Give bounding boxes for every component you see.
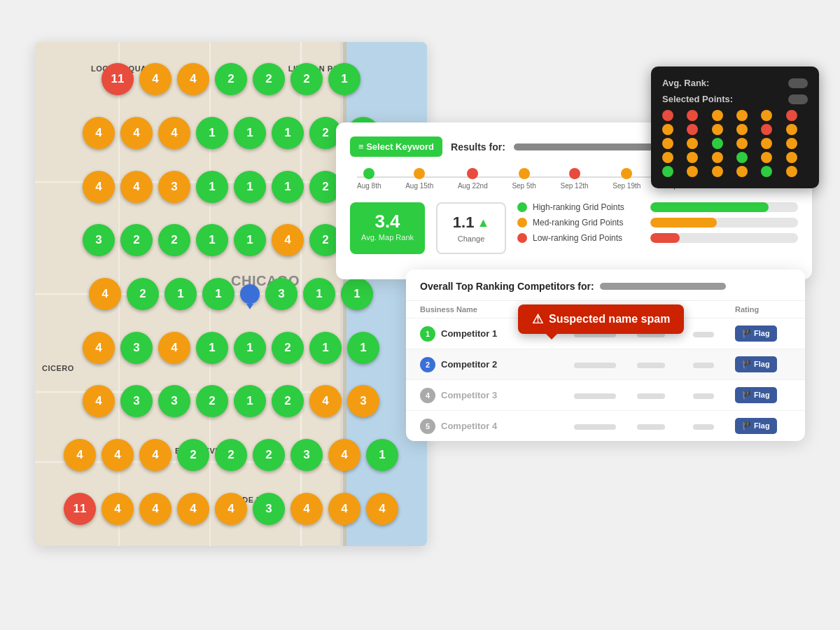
legend-item: Med-ranking Grid Points [517,218,798,227]
grid-dot: 3 [290,439,323,471]
competitor-name: Competitor 2 [441,359,497,370]
legend-area: High-ranking Grid PointsMed-ranking Grid… [517,202,798,254]
grid-dot: 4 [120,171,153,203]
timeline-item[interactable]: Aug 8th [357,168,381,190]
grid-dot: 4 [83,117,115,149]
grid-dot: 4 [290,493,323,525]
competitors-panel: Overall Top Ranking Competitors for: Bus… [406,270,805,441]
select-keyword-button[interactable]: ≡ Select Keyword [350,136,442,157]
heat-dot [761,166,772,177]
heat-dot [712,166,723,177]
spam-tooltip: ⚠Suspected name spam [518,304,684,334]
competitor-reviews-bar [637,358,693,371]
heat-dot [786,110,797,121]
grid-dot: 2 [215,63,247,95]
competitor-reviews-bar [637,389,693,402]
competitor-rating-bar [693,389,735,402]
grid-dot: 11 [64,493,96,525]
grid-dot: 1 [234,385,266,417]
warning-icon: ⚠ [532,312,543,327]
flag-button[interactable]: 🏴 Flag [735,418,777,434]
grid-dot: 4 [309,385,342,417]
grid-dot: 1 [196,332,228,364]
heat-dot [761,152,772,163]
timeline-label: Sep 12th [561,182,589,190]
heat-dot [761,138,772,149]
grid-dot: 4 [83,332,115,364]
grid-dot: 2 [272,385,304,417]
grid-dot: 3 [83,224,115,256]
competitor-rank-badge: 2 [420,357,435,372]
grid-dot: 2 [290,63,323,95]
grid-dot: 2 [158,224,190,256]
grid-dot: 3 [158,171,190,203]
heat-dot [761,124,772,135]
map-row: 1144443444 [64,493,398,525]
competitor-row: ⚠Suspected name spam1Competitor 1🏴 Flag [406,318,805,349]
heat-dot [736,138,748,149]
timeline-label: Sep 5th [512,182,536,190]
grid-dot: 2 [272,332,304,364]
heat-dot [786,166,797,177]
map-row: 4441112 [83,117,379,149]
avg-rank-label: Avg. Rank: [662,78,709,88]
heat-dot [736,166,748,177]
timeline-item[interactable]: Sep 19th [612,168,640,190]
grid-dot: 2 [253,63,285,95]
grid-dot: 4 [328,493,360,525]
map-row: 11442221 [102,63,360,95]
heat-dot [786,152,797,163]
timeline-item[interactable]: Sep 12th [561,168,589,190]
grid-dot: 1 [196,224,228,256]
grid-dot: 3 [120,332,153,364]
grid-dot: 4 [177,63,209,95]
spam-tooltip-text: Suspected name spam [549,313,670,326]
competitor-reviews-bar [637,420,693,433]
flag-button[interactable]: 🏴 Flag [735,387,777,403]
flag-button[interactable]: 🏴 Flag [735,326,777,342]
timeline-item[interactable]: Aug 22nd [458,168,488,190]
stats-row: 3.4 Avg. Map Rank 1.1 ▲ Change High-rank… [350,202,798,254]
timeline-item[interactable]: Sep 5th [512,168,536,190]
selected-points-toggle[interactable] [788,94,808,104]
map-row: 43321243 [83,385,379,417]
grid-dot: 4 [139,63,172,95]
grid-dot: 1 [196,171,228,203]
grid-dot: 3 [120,385,153,417]
grid-dot: 1 [202,278,234,310]
competitor-rating-bar [693,358,735,371]
grid-dot: 1 [272,117,304,149]
heat-dot [662,166,673,177]
timeline-dot [414,168,425,179]
map-container: LOGAN SQUARE LINCOLN PARK CHICAGO CICERO… [35,42,427,546]
change-value: 1.1 ▲ [449,214,493,232]
grid-dot: 4 [89,278,121,310]
map-dot-grid: 1144222144411124431112332211424211311434… [35,42,427,546]
flag-button[interactable]: 🏴 Flag [735,356,777,372]
avg-rank-toggle[interactable] [788,78,808,88]
grid-dot: 3 [253,493,285,525]
grid-dot: 4 [139,493,172,525]
arrow-up-icon: ▲ [477,216,489,230]
legend-dot [517,233,527,243]
heat-dot [736,152,748,163]
competitor-name-cell: 5Competitor 4 [420,419,574,434]
grid-dot: 1 [196,117,228,149]
legend-item: High-ranking Grid Points [517,202,798,212]
legend-label: Med-ranking Grid Points [533,218,645,227]
heat-dot [712,110,723,121]
competitor-name: Competitor 1 [441,328,497,339]
timeline-label: Sep 19th [612,182,640,190]
grid-dot: 2 [215,439,247,471]
grid-dot: 1 [164,278,197,310]
grid-dot: 1 [347,332,379,364]
timeline-dot [519,168,530,179]
competitor-row: 5Competitor 4🏴 Flag [406,410,805,441]
timeline-item[interactable]: Aug 15th [405,168,433,190]
avg-rank-card-label: Avg. Map Rank [361,233,414,241]
grid-dot: 4 [158,332,190,364]
selected-points-label: Selected Points: [662,94,733,104]
legend-dot [517,218,527,227]
timeline-label: Aug 22nd [458,182,488,190]
grid-dot: 1 [328,63,360,95]
